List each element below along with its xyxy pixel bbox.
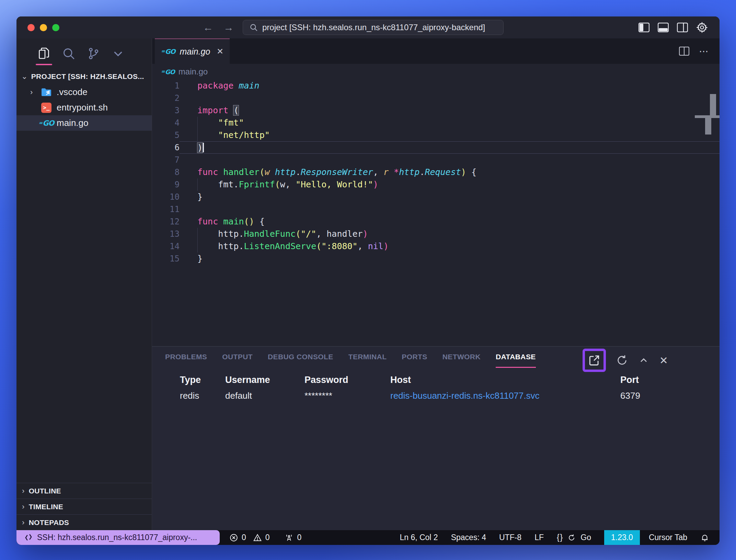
app-window: ← → project [SSH: hzh.sealos.run_ns-kc81…: [16, 16, 720, 545]
breadcrumb[interactable]: GO main.go: [152, 64, 720, 80]
code-line[interactable]: 9 fmt.Fprintf(w, "Hello, World!"): [152, 178, 720, 191]
line-number: 2: [152, 92, 180, 104]
db-header-type: Type: [180, 373, 225, 387]
panel-tab-network[interactable]: NETWORK: [442, 347, 481, 368]
error-icon: [229, 533, 238, 542]
line-number: 13: [152, 228, 180, 240]
notifications-bell[interactable]: [700, 533, 709, 542]
timeline-section-header[interactable]: › TIMELINE: [16, 499, 152, 514]
zoom-window-button[interactable]: [52, 24, 59, 31]
settings-gear-icon[interactable]: [696, 22, 708, 33]
more-actions-icon[interactable]: ⋯: [699, 46, 709, 57]
code-line[interactable]: 2: [152, 92, 720, 104]
code-line[interactable]: 8func handler(w http.ResponseWriter, r *…: [152, 166, 720, 178]
ports-status[interactable]: 0: [284, 533, 302, 542]
forward-arrow-icon[interactable]: →: [222, 22, 235, 33]
code-editor[interactable]: 1package main23import (4 "fmt"5 "net/htt…: [152, 80, 720, 346]
close-window-button[interactable]: [27, 24, 35, 31]
code-line[interactable]: 4 "fmt": [152, 117, 720, 129]
indentation-indicator[interactable]: Spaces: 4: [451, 533, 486, 542]
source-control-icon[interactable]: [84, 41, 103, 66]
line-number: 8: [152, 166, 180, 178]
file-row-vscode[interactable]: › .vscode: [16, 84, 152, 100]
code-line[interactable]: 3import (: [152, 104, 720, 117]
panel-tab-ports[interactable]: PORTS: [402, 347, 427, 368]
panel-tab-problems[interactable]: PROBLEMS: [165, 347, 207, 368]
code-line[interactable]: 1package main: [152, 80, 720, 92]
status-bar: SSH: hzh.sealos.run_ns-kc811077_aiproxy-…: [16, 530, 720, 545]
db-header-username: Username: [225, 373, 304, 387]
line-number: 1: [152, 80, 180, 92]
code-line[interactable]: 11: [152, 203, 720, 215]
open-external-icon[interactable]: [588, 354, 601, 367]
sync-icon: [567, 534, 576, 542]
problems-status[interactable]: 0 0: [229, 533, 270, 542]
panel-tab-output[interactable]: OUTPUT: [222, 347, 253, 368]
panel-tab-database[interactable]: DATABASE: [496, 347, 536, 368]
shell-script-icon: >_: [41, 103, 52, 113]
file-row-entrypoint[interactable]: >_ entrypoint.sh: [16, 100, 152, 115]
panel-actions: ✕: [583, 349, 668, 372]
code-line[interactable]: 13 http.HandleFunc("/", handler): [152, 228, 720, 240]
file-row-main-go[interactable]: GO main.go: [16, 115, 152, 131]
db-header-password: Password: [304, 373, 390, 387]
close-panel-icon[interactable]: ✕: [659, 354, 668, 366]
maximize-panel-chevron-icon[interactable]: [638, 355, 649, 366]
panel-tab-terminal[interactable]: TERMINAL: [348, 347, 387, 368]
warning-icon: [253, 533, 262, 542]
code-line[interactable]: 7: [152, 154, 720, 166]
db-header-host: Host: [390, 373, 620, 387]
split-editor-icon[interactable]: [679, 47, 689, 56]
tab-label: main.go: [180, 47, 212, 57]
line-number: 11: [152, 203, 180, 215]
toggle-primary-sidebar-icon[interactable]: [639, 23, 649, 32]
code-line[interactable]: 5 "net/http": [152, 129, 720, 141]
line-number: 10: [152, 191, 180, 203]
db-value-host-link[interactable]: redis-busuanzi-redis.ns-kc811077.svc: [390, 388, 620, 403]
line-number: 3: [152, 104, 180, 117]
project-section-header[interactable]: ⌄ PROJECT [SSH: HZH.SEALOS...: [16, 69, 152, 84]
toggle-panel-icon[interactable]: [658, 23, 669, 32]
chevron-right-icon: ›: [30, 88, 33, 97]
line-number: 14: [152, 240, 180, 253]
notepads-section-header[interactable]: › NOTEPADS: [16, 514, 152, 530]
vscode-folder-icon: [41, 87, 52, 97]
code-line[interactable]: 14 http.ListenAndServe(":8080", nil): [152, 240, 720, 253]
go-version-badge[interactable]: 1.23.0: [604, 530, 640, 545]
language-mode-indicator[interactable]: { } Go: [557, 533, 591, 542]
encoding-indicator[interactable]: UTF-8: [499, 533, 521, 542]
code-line[interactable]: 6): [152, 141, 720, 154]
code-line[interactable]: 10}: [152, 191, 720, 203]
close-tab-icon[interactable]: ✕: [217, 47, 223, 56]
back-arrow-icon[interactable]: ←: [202, 22, 215, 33]
line-number: 6: [152, 141, 180, 154]
eol-indicator[interactable]: LF: [534, 533, 544, 542]
toggle-secondary-sidebar-icon[interactable]: [677, 23, 688, 32]
line-number: 15: [152, 253, 180, 265]
line-number: 7: [152, 154, 180, 166]
chevron-right-icon: ›: [22, 487, 25, 495]
search-icon: [249, 23, 258, 32]
activity-bar: [16, 38, 152, 69]
go-file-icon: GO: [161, 68, 175, 75]
search-view-icon[interactable]: [59, 41, 78, 66]
file-tree: › .vscode >_ entrypoint.sh GO main.go: [16, 84, 152, 131]
explorer-icon[interactable]: [34, 41, 54, 66]
panel-tab-debug-console[interactable]: DEBUG CONSOLE: [268, 347, 333, 368]
cursor-tab-indicator[interactable]: Cursor Tab: [649, 533, 687, 542]
outline-section-header[interactable]: › OUTLINE: [16, 483, 152, 499]
remote-indicator[interactable]: SSH: hzh.sealos.run_ns-kc811077_aiproxy-…: [16, 530, 220, 545]
code-line[interactable]: 12func main() {: [152, 215, 720, 228]
tab-main-go[interactable]: GO main.go ✕: [155, 38, 230, 64]
code-lines: 1package main23import (4 "fmt"5 "net/htt…: [152, 80, 720, 265]
command-center-search[interactable]: project [SSH: hzh.sealos.run_ns-kc811077…: [243, 20, 504, 35]
code-line[interactable]: 15}: [152, 253, 720, 265]
sidebar: ⌄ PROJECT [SSH: HZH.SEALOS... › .vscode …: [16, 38, 152, 530]
line-number: 9: [152, 178, 180, 191]
refresh-icon[interactable]: [616, 354, 628, 366]
overview-ruler-mark: [710, 94, 716, 115]
more-views-chevron-icon[interactable]: [108, 41, 128, 66]
breadcrumb-item: main.go: [179, 67, 208, 77]
minimize-window-button[interactable]: [40, 24, 47, 31]
line-col-indicator[interactable]: Ln 6, Col 2: [400, 533, 438, 542]
